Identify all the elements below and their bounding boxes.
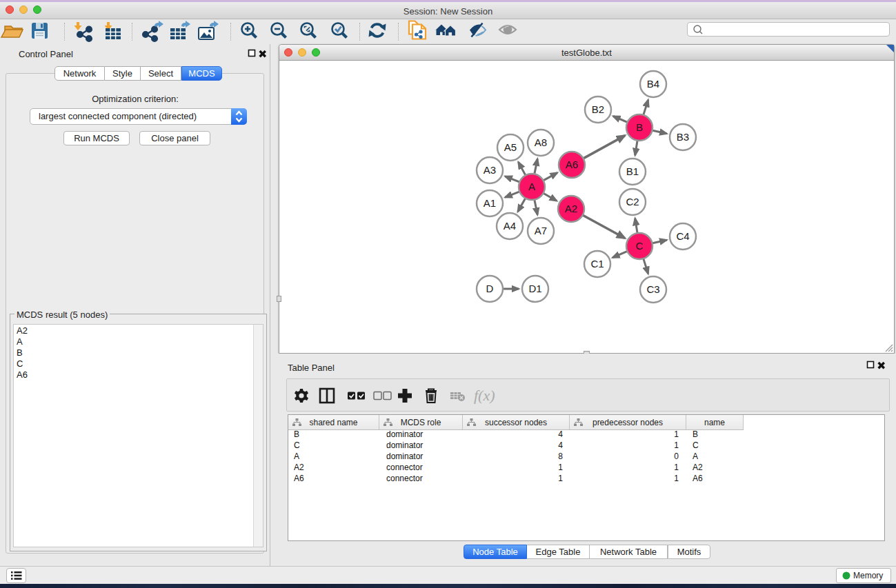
- svg-text:A1: A1: [484, 197, 496, 209]
- svg-text:B1: B1: [626, 165, 639, 177]
- svg-text:B: B: [636, 121, 643, 133]
- svg-text:B3: B3: [677, 131, 689, 143]
- svg-text:B4: B4: [647, 78, 659, 90]
- svg-text:C3: C3: [646, 283, 659, 295]
- svg-text:C2: C2: [626, 196, 639, 207]
- svg-text:Memory: Memory: [853, 571, 883, 580]
- svg-text:A5: A5: [504, 141, 517, 153]
- svg-text:C4: C4: [676, 230, 689, 242]
- svg-text:C: C: [636, 240, 644, 252]
- svg-text:A8: A8: [535, 136, 547, 148]
- svg-text:A: A: [528, 181, 535, 192]
- svg-text:B2: B2: [592, 103, 604, 115]
- svg-text:A4: A4: [504, 220, 516, 232]
- svg-text:D1: D1: [528, 283, 541, 294]
- svg-text:D: D: [486, 283, 494, 294]
- svg-text:A2: A2: [565, 203, 577, 214]
- svg-text:A6: A6: [566, 159, 578, 170]
- svg-text:f(x): f(x): [474, 387, 495, 404]
- svg-text:A7: A7: [535, 225, 547, 236]
- svg-text:A3: A3: [484, 164, 496, 176]
- svg-text:C1: C1: [590, 258, 604, 270]
